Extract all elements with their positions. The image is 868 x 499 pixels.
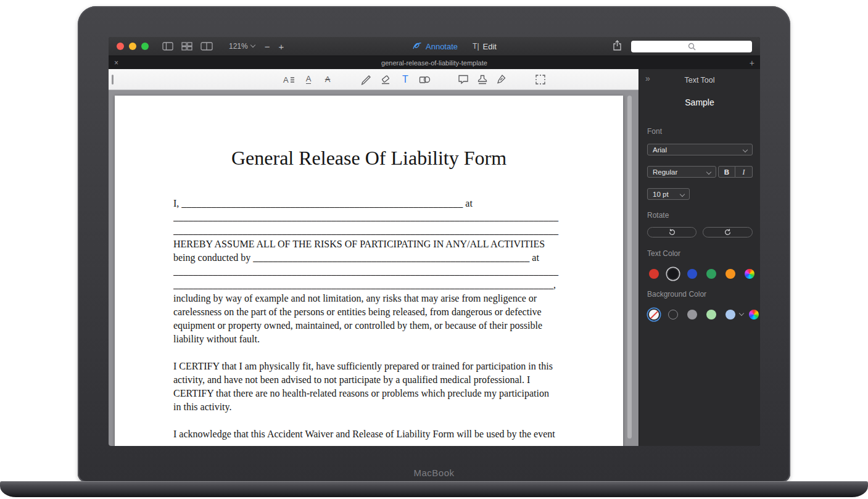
share-icon[interactable]: [613, 40, 622, 53]
window-controls: [117, 43, 149, 50]
new-tab-icon[interactable]: +: [750, 59, 754, 67]
font-label: Font: [647, 127, 662, 136]
font-family-value: Arial: [653, 146, 667, 154]
text-color-swatches: [649, 269, 754, 279]
zoom-window-button[interactable]: [141, 43, 149, 50]
note-icon[interactable]: [456, 72, 471, 87]
shapes-icon[interactable]: [417, 72, 432, 87]
text-color-swatch-rainbow[interactable]: [745, 269, 754, 279]
background-color-label: Background Color: [647, 290, 706, 299]
document-page: General Release Of Liability Form I, ___…: [115, 96, 623, 446]
font-size-select[interactable]: 10 pt: [647, 188, 690, 200]
italic-button[interactable]: I: [735, 166, 753, 178]
bold-button[interactable]: B: [718, 166, 735, 178]
macbook-brand-label: MacBook: [78, 468, 790, 478]
text-color-swatch-green[interactable]: [706, 269, 716, 279]
rotate-cw-button[interactable]: [703, 227, 753, 237]
macbook-base: [0, 481, 868, 497]
document-lines: I, _____________________________________…: [173, 197, 564, 441]
screen: 121% − + Annotate T| Edit: [109, 37, 760, 446]
document-line: ________________________________________…: [173, 224, 564, 237]
text-color-swatch-blue[interactable]: [687, 269, 697, 279]
search-input[interactable]: [631, 41, 752, 52]
minimize-window-button[interactable]: [129, 43, 136, 50]
edit-text-icon: T|: [473, 42, 479, 51]
font-preview: Sample: [639, 97, 760, 107]
text-tool-panel: » Text Tool Sample Font Arial Regular B …: [639, 69, 760, 446]
strikethrough-icon[interactable]: A: [320, 72, 335, 87]
font-family-select[interactable]: Arial: [647, 144, 753, 155]
highlight-icon[interactable]: A: [281, 72, 296, 87]
background-color-swatches: [649, 310, 759, 320]
select-area-icon[interactable]: [533, 72, 548, 87]
document-title: General Release Of Liability Form: [173, 146, 564, 170]
document-line: ________________________________________…: [173, 278, 564, 292]
background-color-swatch-light-green[interactable]: [706, 310, 716, 320]
document-line: I CERTIFY that I am physically fit, have…: [173, 360, 564, 373]
document-line: ________________________________________…: [173, 265, 564, 278]
rotate-ccw-button[interactable]: [647, 227, 696, 237]
svg-text:A: A: [283, 75, 289, 85]
document-line: equipment or property owned, maintained,…: [173, 319, 564, 332]
vertical-scrollbar[interactable]: [627, 96, 632, 439]
panel-title: Text Tool: [639, 76, 760, 85]
document-line: CERTIFY that there are no health-related…: [173, 387, 564, 400]
edit-label: Edit: [483, 42, 497, 51]
app-toolbar: 121% − + Annotate T| Edit: [109, 37, 760, 56]
chevron-down-icon: [743, 147, 748, 152]
chevron-down-icon: [680, 192, 685, 197]
close-window-button[interactable]: [117, 43, 124, 50]
signature-icon[interactable]: [495, 72, 510, 87]
document-line: including by way of example and not limi…: [173, 292, 564, 305]
annotate-label: Annotate: [426, 42, 458, 51]
annotation-toolbar: A A A T: [109, 69, 639, 90]
more-colors-chevron-icon[interactable]: [739, 311, 744, 316]
font-style-select[interactable]: Regular: [647, 166, 716, 178]
text-color-swatch-orange[interactable]: [725, 269, 735, 279]
tab-bar: × general-release-of-liability-template …: [109, 56, 760, 69]
tab-title[interactable]: general-release-of-liability-template: [381, 59, 487, 67]
document-line: carelessness on the part of the persons …: [173, 305, 564, 319]
stamp-icon[interactable]: [475, 72, 490, 87]
annotate-pen-icon: [412, 41, 422, 52]
document-line: being conducted by _____________________…: [173, 251, 564, 265]
document-canvas[interactable]: General Release Of Liability Form I, ___…: [109, 90, 639, 446]
document-line: activity, and have not been advised to n…: [173, 373, 564, 387]
rotate-cw-icon: [724, 228, 732, 236]
underline-icon[interactable]: A: [301, 72, 316, 87]
thumbnails-view-icon[interactable]: [181, 42, 192, 51]
background-color-swatch-light-blue[interactable]: [725, 310, 735, 320]
document-line: in this activity.: [173, 400, 564, 414]
page-spread-view-icon[interactable]: [200, 42, 213, 51]
font-style-value: Regular: [653, 168, 677, 176]
zoom-in-button[interactable]: +: [278, 41, 284, 52]
zoom-out-button[interactable]: −: [265, 41, 270, 52]
document-line: HEREBY ASSUME ALL OF THE RISKS OF PARTIC…: [173, 237, 564, 251]
search-icon: [688, 43, 696, 51]
panel-drag-handle[interactable]: [112, 75, 114, 85]
macbook-frame: 121% − + Annotate T| Edit: [78, 6, 790, 482]
document-line: I, _____________________________________…: [173, 197, 564, 210]
zoom-chevron-icon[interactable]: [250, 43, 255, 47]
tab-edit[interactable]: T| Edit: [473, 42, 497, 51]
text-color-swatch-red[interactable]: [649, 269, 659, 279]
document-line: I acknowledge that this Accident Waiver …: [173, 427, 564, 441]
eraser-icon[interactable]: [378, 72, 393, 87]
background-color-swatch-none[interactable]: [649, 310, 659, 320]
sidebar-toggle-icon[interactable]: [162, 42, 173, 51]
chevron-down-icon: [706, 170, 711, 175]
pen-icon[interactable]: [359, 72, 374, 87]
text-color-swatch-black[interactable]: [668, 269, 678, 279]
background-color-swatch-gray[interactable]: [687, 310, 697, 320]
font-size-value: 10 pt: [653, 191, 669, 198]
zoom-level[interactable]: 121%: [229, 42, 248, 51]
background-color-swatch-white[interactable]: [668, 310, 678, 320]
tab-annotate[interactable]: Annotate: [412, 41, 458, 52]
text-tool-icon[interactable]: T: [398, 72, 413, 87]
document-line: ________________________________________…: [173, 210, 564, 224]
background-color-swatch-rainbow[interactable]: [749, 310, 759, 320]
close-tab-icon[interactable]: ×: [114, 59, 118, 67]
text-color-label: Text Color: [647, 249, 680, 258]
rotate-label: Rotate: [647, 211, 669, 220]
document-line: liability without fault.: [173, 332, 564, 346]
